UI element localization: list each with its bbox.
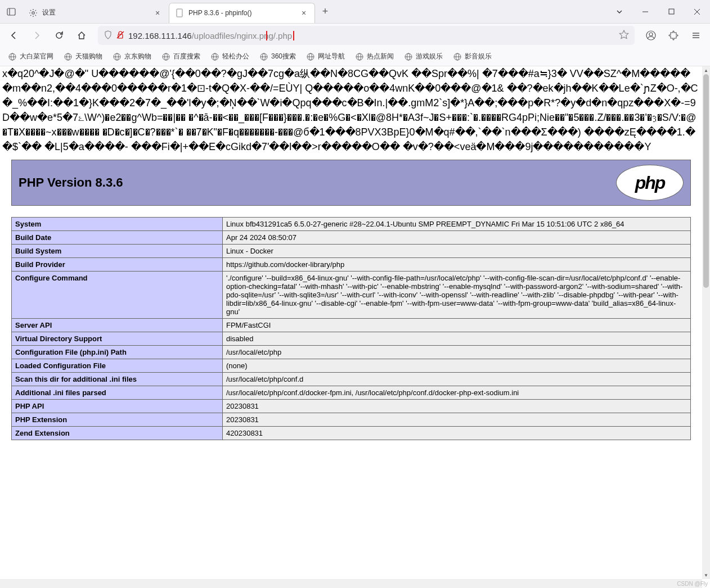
back-button[interactable]: [5, 26, 24, 45]
info-key: Build Date: [12, 231, 223, 245]
info-key: Build System: [12, 245, 223, 258]
info-value: 420230831: [223, 427, 691, 440]
bookmark-label: 百度搜索: [173, 52, 200, 61]
maximize-button[interactable]: [658, 0, 684, 24]
svg-rect-3: [177, 9, 182, 17]
bookmarks-bar: 大白菜官网天猫购物京东购物百度搜索轻松办公360搜索网址导航热点新闻游戏娱乐影音…: [0, 47, 710, 66]
globe-icon: [306, 52, 315, 61]
bookmark-label: 大白菜官网: [20, 52, 53, 61]
globe-icon: [64, 52, 73, 61]
tab-list-button[interactable]: [606, 0, 632, 24]
bookmark-item[interactable]: 天猫购物: [59, 50, 107, 63]
bookmark-item[interactable]: 京东购物: [108, 50, 156, 63]
bookmark-label: 影音娱乐: [465, 52, 492, 61]
horizontal-scrollbar[interactable]: [0, 579, 702, 588]
new-tab-button[interactable]: +: [315, 2, 335, 22]
url-bar[interactable]: 192.168.111.146/uploadfiles/nginx.png/.p…: [98, 26, 635, 45]
page-content: x�q20^�J�@�" U������@'{��0��?�gJ��7cg�a纵…: [0, 66, 702, 579]
info-key: Virtual Directory Support: [12, 332, 223, 346]
info-value: Linux bfb431291ca5 6.5.0-27-generic #28~…: [223, 218, 691, 231]
globe-icon: [113, 52, 122, 61]
table-row: Loaded Configuration File(none): [12, 359, 691, 373]
tab-settings[interactable]: 设置 ×: [23, 3, 169, 23]
info-key: Configure Command: [12, 272, 223, 319]
tab-title: PHP 8.3.6 - phpinfo(): [188, 9, 299, 17]
maximize-icon: [668, 8, 675, 15]
scroll-down-arrow[interactable]: ▼: [702, 571, 710, 579]
php-version-header: PHP Version 8.3.6 php: [11, 160, 691, 206]
table-row: Configure Command'./configure' '--build=…: [12, 272, 691, 319]
reload-icon: [55, 31, 64, 40]
table-row: Zend Extension420230831: [12, 427, 691, 440]
info-key: System: [12, 218, 223, 231]
app-menu-button[interactable]: [686, 26, 705, 45]
watermark: CSDN @Fly: [677, 581, 708, 587]
close-icon: [694, 8, 700, 15]
tab-close-button[interactable]: ×: [299, 8, 309, 18]
info-key: Configuration File (php.ini) Path: [12, 346, 223, 359]
bookmark-label: 轻松办公: [222, 52, 249, 61]
table-row: Build DateApr 24 2024 08:50:07: [12, 231, 691, 245]
info-value: /usr/local/etc/php: [223, 346, 691, 359]
binary-garbage-text: x�q20^�J�@�" U������@'{��0��?�gJ��7cg�a纵…: [0, 66, 702, 160]
bookmark-item[interactable]: 热点新闻: [350, 50, 398, 63]
navigation-bar: 192.168.111.146/uploadfiles/nginx.png/.p…: [0, 24, 710, 47]
minimize-icon: [642, 8, 649, 15]
menu-icon: [691, 31, 700, 40]
bookmark-label: 360搜索: [271, 52, 296, 61]
table-row: Scan this dir for additional .ini files/…: [12, 373, 691, 386]
forward-button[interactable]: [27, 26, 46, 45]
url-highlight: g/.php: [266, 31, 294, 40]
php-logo-text: php: [635, 173, 665, 193]
chevron-down-icon: [615, 8, 623, 16]
phpinfo-table: SystemLinux bfb431291ca5 6.5.0-27-generi…: [11, 217, 691, 440]
bookmark-item[interactable]: 影音娱乐: [448, 50, 496, 63]
bookmark-item[interactable]: 轻松办公: [206, 50, 254, 63]
table-row: Configuration File (php.ini) Path/usr/lo…: [12, 346, 691, 359]
info-value: /usr/local/etc/php/conf.d/docker-fpm.ini…: [223, 386, 691, 400]
vertical-scrollbar[interactable]: ▲ ▼: [702, 66, 710, 579]
table-row: Server APIFPM/FastCGI: [12, 319, 691, 332]
bookmark-item[interactable]: 游戏娱乐: [399, 50, 447, 63]
close-window-button[interactable]: [684, 0, 710, 24]
svg-point-11: [649, 33, 653, 36]
home-button[interactable]: [72, 26, 91, 45]
bookmark-item[interactable]: 大白菜官网: [3, 50, 58, 63]
shield-icon[interactable]: [104, 30, 113, 41]
tab-bar: 设置 × PHP 8.3.6 - phpinfo() × +: [0, 0, 710, 24]
svg-rect-5: [669, 9, 674, 14]
info-value: 20230831: [223, 413, 691, 427]
account-icon: [646, 30, 656, 40]
info-key: Scan this dir for additional .ini files: [12, 373, 223, 386]
reload-button[interactable]: [50, 26, 69, 45]
bookmark-item[interactable]: 360搜索: [255, 50, 300, 63]
lock-insecure-icon[interactable]: [116, 30, 125, 41]
tab-close-button[interactable]: ×: [152, 8, 163, 18]
table-row: Build SystemLinux - Docker: [12, 245, 691, 258]
globe-icon: [404, 52, 413, 61]
bookmark-item[interactable]: 网址导航: [302, 50, 349, 63]
bookmark-label: 京东购物: [124, 52, 151, 61]
bookmark-label: 天猫购物: [75, 52, 102, 61]
minimize-button[interactable]: [632, 0, 658, 24]
globe-icon: [8, 52, 17, 61]
bookmark-label: 网址导航: [318, 52, 345, 61]
extensions-button[interactable]: [664, 26, 683, 45]
sidebar-toggle-button[interactable]: [0, 1, 23, 23]
account-button[interactable]: [641, 26, 660, 45]
info-value: Linux - Docker: [223, 245, 691, 258]
bookmark-label: 游戏娱乐: [416, 52, 443, 61]
svg-rect-0: [7, 8, 15, 15]
globe-icon: [210, 52, 219, 61]
scroll-up-arrow[interactable]: ▲: [702, 66, 710, 74]
info-value: 20230831: [223, 400, 691, 413]
table-row: PHP API20230831: [12, 400, 691, 413]
info-value: './configure' '--build=x86_64-linux-gnu'…: [223, 272, 691, 319]
bookmark-star-button[interactable]: [619, 30, 629, 42]
tab-phpinfo[interactable]: PHP 8.3.6 - phpinfo() ×: [169, 3, 315, 23]
bookmark-item[interactable]: 百度搜索: [157, 50, 205, 63]
globe-icon: [355, 52, 364, 61]
scrollbar-thumb[interactable]: [703, 74, 709, 288]
table-row: Build Providerhttps://github.com/docker-…: [12, 258, 691, 272]
gear-icon: [29, 8, 38, 17]
